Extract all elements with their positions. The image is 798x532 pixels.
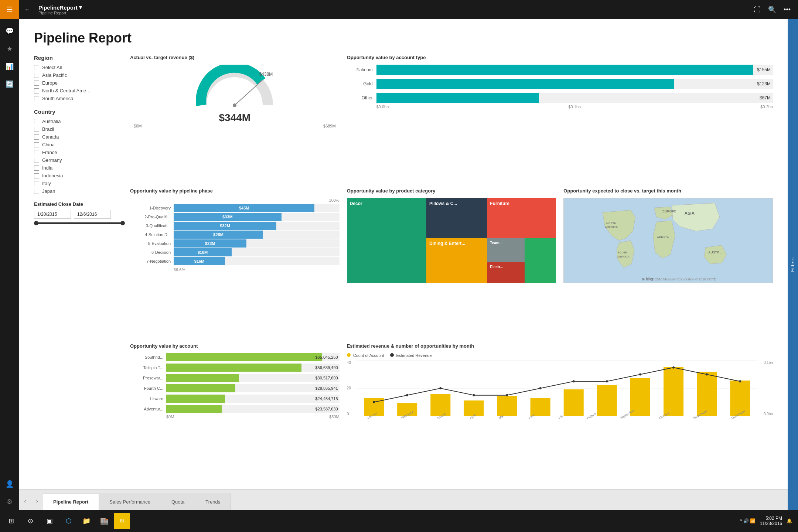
taskbar-task-view[interactable]: ▣ [41, 513, 58, 529]
svg-text:AFRICA: AFRICA [657, 235, 669, 239]
account-type-card: Opportunity value by account type Platin… [347, 55, 773, 181]
fullscreen-button[interactable]: ⛶ [754, 6, 761, 14]
count-legend-label: Count of Account [353, 353, 384, 358]
checkbox-china[interactable]: China [34, 142, 123, 147]
svg-point-36 [606, 380, 608, 382]
chart-legend: Count of Account Estimated Revenue [347, 353, 773, 358]
map-card: Opportunity expected to close vs. target… [563, 188, 773, 335]
start-button[interactable]: ⊞ [3, 513, 19, 529]
treemap-electr[interactable]: Electr... [487, 262, 525, 283]
search-button[interactable]: 🔍 [768, 6, 776, 14]
platinum-label: Platinum [347, 67, 373, 72]
checkbox-north-central-box[interactable] [34, 88, 39, 93]
nav-title: PipelineReport ▾ Pipeline Report [38, 4, 82, 15]
account-southridge: Southrid... $65,045,250 [130, 353, 340, 361]
account-title: Opportunity value by account [130, 343, 340, 349]
sidebar-item-refresh[interactable]: 🔄 [1, 76, 18, 92]
bottom-tabs: ‹ › Pipeline Report Sales Performance Qu… [19, 489, 788, 510]
checkbox-asia-pacific[interactable]: Asia Pacific [34, 72, 123, 78]
taskbar-time[interactable]: 5:02 PM 11/23/2016 [760, 516, 782, 526]
checkbox-europe[interactable]: Europe [34, 80, 123, 86]
sidebar-item-analytics[interactable]: 📊 [1, 58, 18, 75]
actual-vs-target-title: Actual vs. target revenue ($) [130, 55, 340, 60]
sidebar-item-settings[interactable]: ⚙ [1, 494, 18, 510]
back-icon: ← [24, 6, 30, 13]
checkbox-indonesia[interactable]: Indonesia [34, 173, 123, 178]
date-end-input[interactable] [74, 210, 111, 219]
checkbox-select-all[interactable]: Select All [34, 65, 123, 70]
account-adventure: Adventur... $23,587,630 [130, 405, 340, 413]
svg-rect-21 [497, 396, 517, 416]
checkbox-germany[interactable]: Germany [34, 157, 123, 163]
dashboard-grid: Region Select All Asia Pacific Europe [34, 55, 773, 473]
date-slider[interactable] [34, 222, 123, 224]
treemap-team[interactable]: Team... [487, 238, 525, 262]
checkbox-asia-pacific-box[interactable] [34, 73, 39, 78]
taskbar-notification[interactable]: 🔔 [787, 518, 792, 524]
more-options-button[interactable]: ••• [784, 6, 791, 14]
filters-panel-toggle[interactable]: Filters [788, 19, 798, 510]
svg-rect-26 [664, 367, 683, 416]
date-start-input[interactable] [34, 210, 71, 219]
gold-track: $123M [376, 79, 773, 89]
checkbox-north-central[interactable]: North & Central Ame... [34, 88, 123, 93]
map-title: Opportunity expected to close vs. target… [563, 188, 773, 194]
taskbar-right: ^ 🔊 📶 5:02 PM 11/23/2016 🔔 [740, 516, 798, 526]
account-bars: Southrid... $65,045,250 Tailspin T... $5… [130, 353, 340, 413]
tab-prev-button[interactable]: ‹ [19, 495, 31, 507]
sidebar-item-chat[interactable]: 💬 [1, 23, 18, 39]
checkbox-canada[interactable]: Canada [34, 134, 123, 140]
slider-thumb-start[interactable] [34, 221, 38, 225]
sidebar-item-favorites[interactable]: ★ [1, 41, 18, 57]
taskbar-explorer[interactable]: 📁 [78, 513, 95, 529]
actual-vs-target-card: Actual vs. target revenue ($) $438M $344… [130, 55, 340, 181]
checkbox-south-america[interactable]: South America [34, 96, 123, 101]
checkbox-australia[interactable]: Australia [34, 119, 123, 124]
taskbar-powerbi[interactable]: BI [114, 513, 130, 529]
checkbox-europe-box[interactable] [34, 81, 39, 86]
top-nav: ☰ ← PipelineReport ▾ Pipeline Report ⛶ 🔍… [0, 0, 798, 19]
sidebar-item-user[interactable]: 👤 [1, 476, 18, 492]
checkbox-italy[interactable]: Italy [34, 181, 123, 186]
checkbox-select-all-box[interactable] [34, 65, 39, 70]
taskbar-store[interactable]: 🏬 [96, 513, 112, 529]
tab-quota[interactable]: Quota [161, 494, 195, 510]
svg-text:⊕ bing: ⊕ bing [642, 277, 653, 281]
tab-next-button[interactable]: › [31, 495, 43, 507]
taskbar-date: 11/23/2016 [760, 521, 782, 526]
treemap-pillows[interactable]: Pillows & C... [426, 198, 487, 238]
treemap-furniture[interactable]: Furniture [487, 198, 556, 238]
treemap-decor[interactable]: Décor [347, 198, 426, 283]
taskbar-edge[interactable]: ⬡ [61, 513, 77, 529]
checkbox-europe-label: Europe [42, 80, 58, 86]
tab-sales-performance[interactable]: Sales Performance [99, 494, 161, 510]
checkbox-japan[interactable]: Japan [34, 188, 123, 194]
checkbox-india[interactable]: India [34, 165, 123, 171]
date-filter-label: Estimated Close Date [34, 201, 123, 207]
checkbox-south-america-box[interactable] [34, 96, 39, 101]
revenue-legend: Estimated Revenue [390, 353, 432, 358]
slider-fill [34, 222, 123, 224]
hamburger-button[interactable]: ☰ [0, 0, 19, 19]
tab-pipeline-report[interactable]: Pipeline Report [43, 494, 99, 510]
treemap-lighting[interactable] [525, 238, 556, 283]
taskbar-search[interactable]: ⊙ [22, 513, 38, 529]
taskbar-clock: 5:02 PM [760, 516, 782, 521]
checkbox-france[interactable]: France [34, 150, 123, 155]
checkbox-brazil[interactable]: Brazil [34, 126, 123, 132]
tab-trends[interactable]: Trends [195, 494, 231, 510]
back-button[interactable]: ← [19, 0, 35, 19]
pipeline-top-label: 100% [130, 198, 340, 202]
combo-chart-container: 40 20 0 0.1bn 0.0bn [347, 361, 773, 416]
pipeline-evaluation: 5-Evaluation $23M [130, 239, 340, 248]
pipeline-solution: 4-Solution D... $28M [130, 231, 340, 239]
account-type-bars: Platinum $155M Gold $123M [347, 65, 773, 103]
treemap-dining[interactable]: Dining & Entert... [426, 238, 487, 283]
svg-point-37 [639, 373, 641, 375]
axis-0: $0.0bn [376, 105, 389, 109]
dropdown-arrow-icon: ▾ [79, 4, 82, 11]
revenue-by-month-title: Estimated revenue & number of opportunit… [347, 343, 773, 349]
slider-thumb-end[interactable] [120, 221, 125, 225]
svg-point-32 [473, 394, 475, 396]
svg-rect-23 [563, 389, 583, 416]
